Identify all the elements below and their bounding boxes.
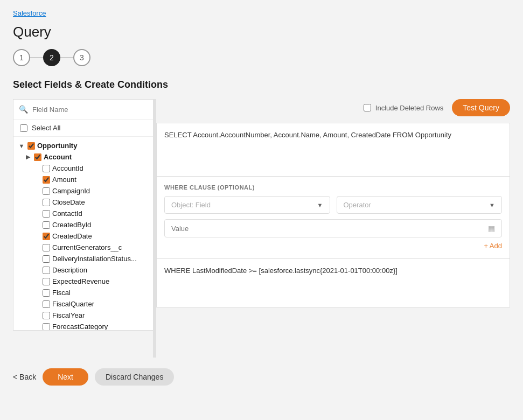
- item-label: CreatedById: [52, 221, 91, 229]
- top-bar: Include Deleted Rows Test Query: [156, 99, 510, 123]
- item-checkbox[interactable]: [43, 187, 50, 195]
- back-button[interactable]: < Back: [13, 373, 36, 381]
- page-container: Salesforce Query 1 2 3 Select Fields & C…: [0, 0, 523, 420]
- item-label: DeliveryInstallationStatus...: [52, 255, 137, 263]
- add-button[interactable]: + Add: [164, 241, 502, 251]
- item-checkbox[interactable]: [43, 289, 50, 297]
- operator-placeholder: Operator: [344, 201, 371, 209]
- item-checkbox[interactable]: [43, 233, 50, 240]
- object-field-placeholder: Object: Field: [171, 201, 211, 209]
- select-all-row[interactable]: Select All: [13, 120, 153, 137]
- where-row: Object: Field ▼ Operator ▼: [164, 196, 502, 214]
- list-item[interactable]: CurrentGenerators__c: [13, 242, 153, 253]
- item-label: CloseDate: [52, 198, 85, 206]
- select-all-checkbox[interactable]: [20, 124, 27, 132]
- list-item[interactable]: ▶Account: [13, 151, 153, 163]
- list-item[interactable]: ForecastCategory: [13, 321, 153, 331]
- item-label: ExpectedRevenue: [52, 277, 109, 285]
- stepper: 1 2 3: [13, 49, 510, 66]
- operator-dropdown[interactable]: Operator ▼: [337, 196, 503, 214]
- operator-arrow: ▼: [489, 202, 495, 208]
- test-query-button[interactable]: Test Query: [452, 99, 510, 116]
- step-line-2: [60, 57, 73, 58]
- item-checkbox[interactable]: [43, 267, 50, 274]
- where-query-box: WHERE LastModifiedDate >= [salesforce.la…: [156, 259, 510, 307]
- value-input[interactable]: [171, 225, 488, 233]
- list-item[interactable]: ContactId: [13, 208, 153, 219]
- chevron-icon[interactable]: ▶: [24, 153, 32, 161]
- object-field-arrow: ▼: [317, 202, 323, 208]
- item-checkbox[interactable]: [43, 255, 50, 263]
- where-section: WHERE CLAUSE (OPTIONAL) Object: Field ▼ …: [156, 177, 510, 259]
- object-field-dropdown[interactable]: Object: Field ▼: [164, 196, 330, 214]
- search-icon: 🔍: [19, 105, 28, 114]
- left-panel: 🔍 Select All ▼Opportunity▶AccountAccount…: [13, 99, 153, 331]
- step-1[interactable]: 1: [13, 49, 30, 66]
- step-2[interactable]: 2: [43, 49, 60, 66]
- breadcrumb[interactable]: Salesforce: [13, 9, 46, 17]
- list-item[interactable]: Fiscal: [13, 287, 153, 298]
- list-item[interactable]: Description: [13, 264, 153, 276]
- include-deleted-label: Include Deleted Rows: [375, 104, 443, 112]
- list-item[interactable]: Amount: [13, 174, 153, 185]
- item-label: Amount: [52, 176, 76, 184]
- list-item[interactable]: DeliveryInstallationStatus...: [13, 253, 153, 264]
- list-item[interactable]: ExpectedRevenue: [13, 276, 153, 287]
- query-text: SELECT Account.AccountNumber, Account.Na…: [164, 131, 451, 139]
- value-icon: ▦: [488, 224, 495, 233]
- item-checkbox[interactable]: [43, 312, 50, 319]
- item-label: AccountId: [52, 164, 83, 172]
- query-box: SELECT Account.AccountNumber, Account.Na…: [156, 123, 510, 177]
- item-label: CampaignId: [52, 187, 90, 195]
- main-content: 🔍 Select All ▼Opportunity▶AccountAccount…: [13, 99, 510, 358]
- item-checkbox[interactable]: [43, 176, 50, 184]
- list-item[interactable]: CreatedDate: [13, 230, 153, 242]
- search-input[interactable]: [32, 106, 148, 114]
- right-panel: Include Deleted Rows Test Query SELECT A…: [156, 99, 510, 358]
- page-title: Query: [13, 24, 510, 40]
- section-title: Select Fields & Create Conditions: [13, 79, 510, 90]
- item-label: CreatedDate: [52, 232, 92, 240]
- include-deleted-row: Include Deleted Rows: [364, 104, 443, 112]
- step-3[interactable]: 3: [73, 49, 90, 66]
- list-item[interactable]: FiscalYear: [13, 310, 153, 321]
- item-checkbox[interactable]: [27, 142, 35, 150]
- next-button[interactable]: Next: [43, 368, 88, 386]
- item-checkbox[interactable]: [43, 221, 50, 229]
- item-checkbox[interactable]: [43, 210, 50, 218]
- item-checkbox[interactable]: [43, 300, 50, 308]
- list-item[interactable]: CampaignId: [13, 185, 153, 197]
- list-item[interactable]: AccountId: [13, 163, 153, 174]
- item-label: FiscalYear: [52, 311, 85, 319]
- item-label: Description: [52, 266, 87, 274]
- discard-button[interactable]: Discard Changes: [95, 368, 174, 386]
- item-label: Opportunity: [37, 142, 77, 150]
- item-label: ContactId: [52, 209, 82, 218]
- list-item[interactable]: CloseDate: [13, 197, 153, 208]
- list-item[interactable]: CreatedById: [13, 219, 153, 230]
- include-deleted-checkbox[interactable]: [364, 104, 371, 111]
- item-checkbox[interactable]: [34, 153, 41, 161]
- list-item[interactable]: ▼Opportunity: [13, 140, 153, 151]
- item-label: CurrentGenerators__c: [52, 243, 122, 251]
- bottom-bar: < Back Next Discard Changes: [13, 358, 510, 386]
- item-checkbox[interactable]: [43, 199, 50, 206]
- where-query-text: WHERE LastModifiedDate >= [salesforce.la…: [164, 267, 398, 275]
- item-label: ForecastCategory: [52, 323, 108, 331]
- select-all-label: Select All: [32, 124, 60, 132]
- item-checkbox[interactable]: [43, 244, 50, 251]
- item-checkbox[interactable]: [43, 165, 50, 172]
- value-row: ▦: [164, 219, 502, 237]
- item-label: FiscalQuarter: [52, 300, 94, 308]
- tree-list: ▼Opportunity▶AccountAccountIdAmountCampa…: [13, 137, 153, 331]
- where-clause-label: WHERE CLAUSE (OPTIONAL): [164, 184, 502, 191]
- step-line-1: [30, 57, 43, 58]
- list-item[interactable]: FiscalQuarter: [13, 298, 153, 310]
- search-bar: 🔍: [13, 100, 153, 120]
- item-label: Fiscal: [52, 289, 71, 297]
- item-label: Account: [44, 153, 72, 161]
- item-checkbox[interactable]: [43, 278, 50, 285]
- chevron-icon[interactable]: ▼: [18, 142, 25, 150]
- item-checkbox[interactable]: [43, 323, 50, 331]
